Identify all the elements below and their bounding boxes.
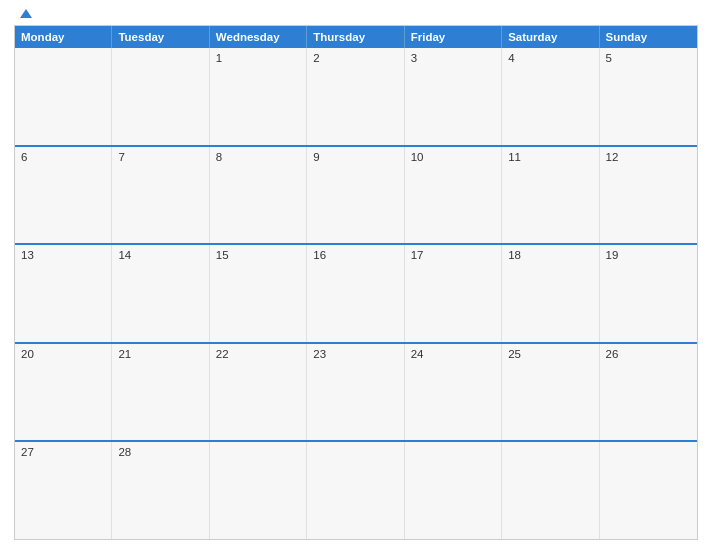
logo-triangle-icon bbox=[20, 9, 32, 18]
day-number: 3 bbox=[411, 52, 495, 64]
calendar-cell: 26 bbox=[600, 344, 697, 441]
day-number: 7 bbox=[118, 151, 202, 163]
day-number: 12 bbox=[606, 151, 691, 163]
calendar-cell: 17 bbox=[405, 245, 502, 342]
calendar-cell: 25 bbox=[502, 344, 599, 441]
header-tuesday: Tuesday bbox=[112, 26, 209, 48]
calendar-week-1: 12345 bbox=[15, 48, 697, 145]
day-number: 1 bbox=[216, 52, 300, 64]
calendar-cell: 18 bbox=[502, 245, 599, 342]
day-number: 10 bbox=[411, 151, 495, 163]
day-number: 20 bbox=[21, 348, 105, 360]
day-number: 11 bbox=[508, 151, 592, 163]
calendar-cell: 2 bbox=[307, 48, 404, 145]
day-number: 9 bbox=[313, 151, 397, 163]
calendar-cell: 8 bbox=[210, 147, 307, 244]
calendar-cell: 11 bbox=[502, 147, 599, 244]
calendar-cell: 10 bbox=[405, 147, 502, 244]
calendar-cell bbox=[405, 442, 502, 539]
calendar-cell: 3 bbox=[405, 48, 502, 145]
day-number: 2 bbox=[313, 52, 397, 64]
calendar-week-4: 20212223242526 bbox=[15, 342, 697, 441]
calendar-cell: 28 bbox=[112, 442, 209, 539]
calendar-week-3: 13141516171819 bbox=[15, 243, 697, 342]
calendar-header-row: Monday Tuesday Wednesday Thursday Friday… bbox=[15, 26, 697, 48]
calendar-cell bbox=[112, 48, 209, 145]
header-friday: Friday bbox=[405, 26, 502, 48]
calendar-cell: 1 bbox=[210, 48, 307, 145]
header-wednesday: Wednesday bbox=[210, 26, 307, 48]
calendar-cell: 13 bbox=[15, 245, 112, 342]
day-number: 6 bbox=[21, 151, 105, 163]
calendar-cell: 21 bbox=[112, 344, 209, 441]
day-number: 14 bbox=[118, 249, 202, 261]
calendar-cell: 19 bbox=[600, 245, 697, 342]
day-number: 25 bbox=[508, 348, 592, 360]
calendar-cell: 12 bbox=[600, 147, 697, 244]
header-monday: Monday bbox=[15, 26, 112, 48]
day-number: 4 bbox=[508, 52, 592, 64]
day-number: 23 bbox=[313, 348, 397, 360]
day-number: 24 bbox=[411, 348, 495, 360]
header bbox=[14, 10, 698, 19]
calendar-cell: 7 bbox=[112, 147, 209, 244]
day-number: 27 bbox=[21, 446, 105, 458]
calendar-cell: 22 bbox=[210, 344, 307, 441]
day-number: 26 bbox=[606, 348, 691, 360]
header-saturday: Saturday bbox=[502, 26, 599, 48]
calendar-cell bbox=[210, 442, 307, 539]
day-number: 8 bbox=[216, 151, 300, 163]
calendar-cell: 23 bbox=[307, 344, 404, 441]
calendar-cell bbox=[600, 442, 697, 539]
day-number: 5 bbox=[606, 52, 691, 64]
day-number: 17 bbox=[411, 249, 495, 261]
calendar-cell: 5 bbox=[600, 48, 697, 145]
calendar-cell: 6 bbox=[15, 147, 112, 244]
calendar-cell: 14 bbox=[112, 245, 209, 342]
day-number: 22 bbox=[216, 348, 300, 360]
calendar-cell: 20 bbox=[15, 344, 112, 441]
calendar-week-5: 2728 bbox=[15, 440, 697, 539]
calendar-grid: Monday Tuesday Wednesday Thursday Friday… bbox=[14, 25, 698, 540]
calendar-cell bbox=[15, 48, 112, 145]
calendar-cell bbox=[307, 442, 404, 539]
calendar-cell: 24 bbox=[405, 344, 502, 441]
day-number: 21 bbox=[118, 348, 202, 360]
day-number: 28 bbox=[118, 446, 202, 458]
header-sunday: Sunday bbox=[600, 26, 697, 48]
calendar-body: 1234567891011121314151617181920212223242… bbox=[15, 48, 697, 539]
day-number: 13 bbox=[21, 249, 105, 261]
calendar-page: Monday Tuesday Wednesday Thursday Friday… bbox=[0, 0, 712, 550]
day-number: 16 bbox=[313, 249, 397, 261]
day-number: 15 bbox=[216, 249, 300, 261]
day-number: 18 bbox=[508, 249, 592, 261]
calendar-week-2: 6789101112 bbox=[15, 145, 697, 244]
calendar-cell bbox=[502, 442, 599, 539]
calendar-cell: 16 bbox=[307, 245, 404, 342]
calendar-cell: 4 bbox=[502, 48, 599, 145]
calendar-cell: 27 bbox=[15, 442, 112, 539]
logo bbox=[16, 10, 32, 19]
calendar-cell: 15 bbox=[210, 245, 307, 342]
day-number: 19 bbox=[606, 249, 691, 261]
header-thursday: Thursday bbox=[307, 26, 404, 48]
calendar-cell: 9 bbox=[307, 147, 404, 244]
